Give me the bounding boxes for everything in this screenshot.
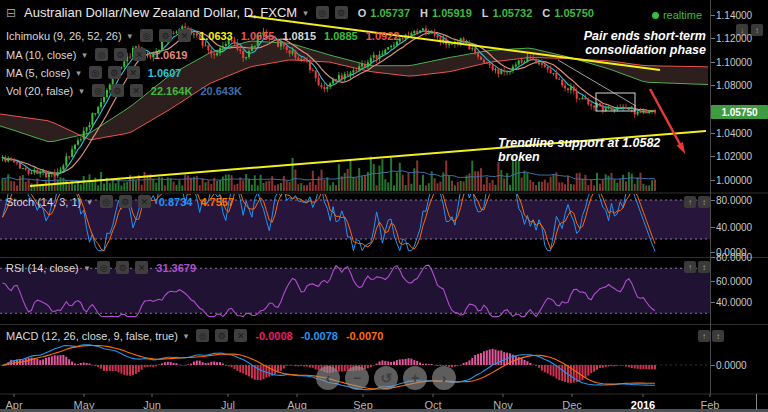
- time-axis-tick: [503, 394, 504, 397]
- hide-indicator-icon[interactable]: ◎: [97, 261, 110, 274]
- trading-chart-window: ⊟ Australian Dollar/New Zealand Dollar, …: [0, 0, 768, 412]
- time-axis-tick: [710, 394, 711, 397]
- ma5-label[interactable]: MA (5, close): [6, 67, 70, 79]
- remove-indicator-icon[interactable]: ✕: [130, 84, 143, 97]
- hide-indicator-icon[interactable]: ◎: [140, 29, 153, 42]
- last-price-tag: 1.05750: [711, 105, 768, 119]
- axis-tick: [711, 200, 715, 201]
- hide-indicator-icon[interactable]: ◎: [89, 66, 102, 79]
- remove-indicator-icon[interactable]: ✕: [133, 48, 146, 61]
- indicator-settings-icon[interactable]: ⚙: [116, 261, 129, 274]
- realtime-dot-icon: [652, 12, 659, 19]
- remove-indicator-icon[interactable]: ✕: [234, 329, 247, 342]
- rsi-band: [0, 268, 710, 313]
- axis-corner-divider: [756, 394, 757, 410]
- remove-indicator-icon[interactable]: ✕: [178, 29, 191, 42]
- ichimoku-legend[interactable]: Ichimoku (9, 26, 52, 26) ▾ ◎ ⚙ ✕ 1.0633 …: [6, 29, 399, 42]
- ma10-legend[interactable]: MA (10, close) ▾ ◎ ⚙ ✕ 1.0619: [6, 48, 188, 61]
- hide-indicator-icon[interactable]: ◎: [196, 329, 209, 342]
- rsi-axis-label: 60.0000: [716, 276, 752, 287]
- ma5-value: 1.0607: [148, 67, 182, 79]
- axis-tick: [711, 252, 715, 253]
- stoch-axis-label: 40.0000: [716, 222, 752, 233]
- hide-indicator-icon[interactable]: ◎: [95, 48, 108, 61]
- ichimoku-value: 1.0922: [366, 30, 400, 42]
- indicator-settings-icon[interactable]: ⚙: [108, 66, 121, 79]
- ichimoku-label[interactable]: Ichimoku (9, 26, 52, 26): [6, 30, 122, 42]
- axis-tick: [711, 62, 715, 63]
- hide-indicator-icon[interactable]: ◎: [92, 84, 105, 97]
- stoch-label[interactable]: Stoch (14, 3, 1): [6, 196, 81, 208]
- pane-collapse-button[interactable]: ↑: [698, 330, 710, 342]
- chevron-down-icon[interactable]: ▾: [82, 50, 87, 60]
- axis-tick: [711, 302, 715, 303]
- close-label: C: [542, 7, 550, 19]
- low-label: L: [482, 7, 489, 19]
- reset-view-button[interactable]: ↺: [374, 366, 398, 390]
- pane-resize-button[interactable]: ↕: [751, 24, 763, 36]
- scroll-right-button[interactable]: ›: [432, 366, 456, 390]
- pane-collapse-button[interactable]: ↑: [684, 196, 696, 208]
- rsi-legend[interactable]: RSI (14, close) ▾ ◎ ⚙ ✕ 31.3679: [6, 261, 196, 274]
- pane-resize-button[interactable]: ↕: [712, 330, 724, 342]
- stoch-k-value: 0.8734: [159, 196, 193, 208]
- chevron-down-icon[interactable]: ▾: [79, 86, 84, 96]
- hide-indicator-icon[interactable]: ◎: [100, 195, 113, 208]
- indicator-settings-icon[interactable]: ⚙: [119, 195, 132, 208]
- indicator-settings-icon[interactable]: ⚙: [114, 48, 127, 61]
- rsi-axis-label: 40.0000: [716, 297, 752, 308]
- chevron-down-icon[interactable]: ▾: [85, 263, 90, 273]
- high-label: H: [420, 7, 428, 19]
- chevron-down-icon[interactable]: ▾: [87, 197, 92, 207]
- indicator-settings-icon[interactable]: ⚙: [159, 29, 172, 42]
- zoom-in-button[interactable]: +: [403, 366, 427, 390]
- annotation-consolidation[interactable]: Pair ends short-term consolidation phase: [574, 29, 706, 57]
- zoom-out-button[interactable]: −: [345, 366, 369, 390]
- chevron-down-icon[interactable]: ▾: [303, 8, 308, 18]
- rsi-label[interactable]: RSI (14, close): [6, 262, 79, 274]
- pane-resize-button[interactable]: ↕: [698, 196, 710, 208]
- time-axis-tick: [363, 394, 364, 397]
- chevron-down-icon[interactable]: ▾: [184, 331, 189, 341]
- volume-value: 22.164K: [151, 85, 193, 97]
- chevron-down-icon[interactable]: ▾: [76, 68, 81, 78]
- ma5-legend[interactable]: MA (5, close) ▾ ◎ ⚙ ✕ 1.0607: [6, 66, 181, 79]
- annotation-trendline-broken[interactable]: Trendline support at 1.0582 broken: [498, 136, 678, 164]
- stoch-legend[interactable]: Stoch (14, 3, 1) ▾ ◎ ⚙ ✕ 0.8734 4.7557: [6, 195, 234, 208]
- pane-collapse-button[interactable]: ↑: [684, 261, 696, 273]
- symbol-header[interactable]: ⊟ Australian Dollar/New Zealand Dollar, …: [6, 5, 594, 20]
- price-axis-label: 1.14000: [716, 10, 752, 21]
- volume-label[interactable]: Vol (20, false): [6, 85, 73, 97]
- scroll-left-button[interactable]: ‹: [316, 366, 340, 390]
- volume-ma-value: 20.643K: [200, 85, 242, 97]
- indicator-settings-icon[interactable]: ⚙: [215, 329, 228, 342]
- remove-indicator-icon[interactable]: ✕: [135, 261, 148, 274]
- indicator-settings-icon[interactable]: ⚙: [111, 84, 124, 97]
- open-value: 1.05737: [370, 7, 410, 19]
- macd-signal-value: -0.0070: [346, 330, 383, 342]
- annotation-text: consolidation phase: [574, 43, 706, 57]
- chevron-down-icon[interactable]: ▾: [128, 31, 133, 41]
- macd-line-value: -0.0078: [301, 330, 338, 342]
- remove-indicator-icon[interactable]: ✕: [138, 195, 151, 208]
- volume-legend[interactable]: Vol (20, false) ▾ ◎ ⚙ ✕ 22.164K 20.643K: [6, 84, 242, 97]
- symbol-settings-icon[interactable]: ⚙: [335, 6, 348, 19]
- stoch-d-value: 4.7557: [200, 196, 234, 208]
- time-axis-tick: [572, 394, 573, 397]
- remove-indicator-icon[interactable]: ✕: [127, 66, 140, 79]
- open-label: O: [358, 7, 367, 19]
- close-value: 1.05750: [554, 7, 594, 19]
- symbol-title[interactable]: Australian Dollar/New Zealand Dollar, D,…: [24, 5, 297, 20]
- collapse-pane-icon[interactable]: ⊟: [6, 6, 16, 20]
- axis-tick: [711, 85, 715, 86]
- macd-legend[interactable]: MACD (12, 26, close, 9, false, true) ▾ ◎…: [6, 329, 383, 342]
- time-axis-tick: [433, 394, 434, 397]
- time-axis-tick: [14, 394, 15, 397]
- price-axis-label: 1.12000: [716, 33, 752, 44]
- pane-resize-button[interactable]: ↕: [698, 261, 710, 273]
- hide-symbol-icon[interactable]: ◎: [316, 6, 329, 19]
- macd-label[interactable]: MACD (12, 26, close, 9, false, true): [6, 330, 178, 342]
- price-axis-label: 1.04000: [716, 128, 752, 139]
- ma10-label[interactable]: MA (10, close): [6, 49, 76, 61]
- time-axis-tick: [643, 394, 644, 397]
